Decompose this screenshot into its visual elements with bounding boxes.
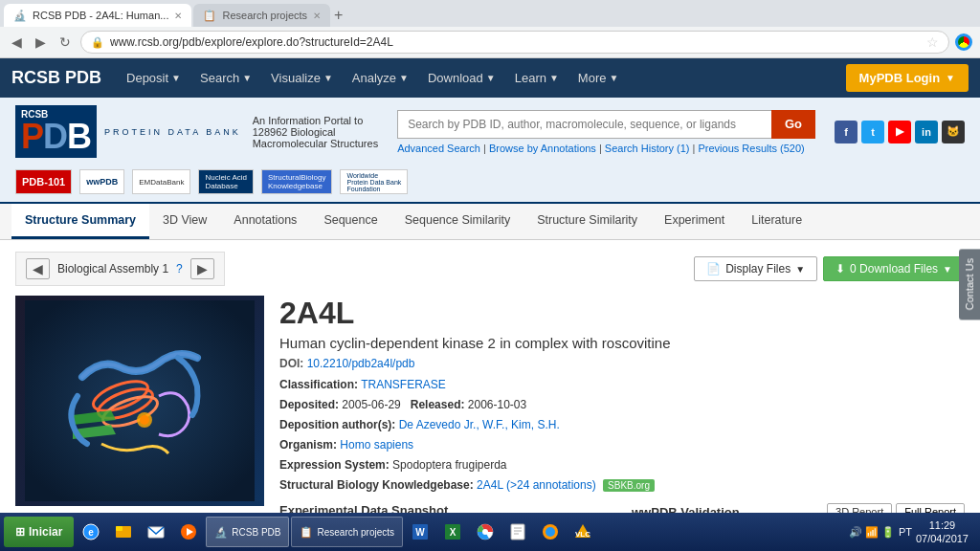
tab-close-btn[interactable]: ✕ [174, 11, 182, 21]
nav-deposit[interactable]: Deposit ▼ [117, 65, 190, 91]
taskbar-word[interactable]: W [405, 517, 435, 547]
svg-rect-19 [511, 524, 524, 540]
forward-btn[interactable]: ▶ [32, 33, 50, 52]
nav-search[interactable]: Search ▼ [190, 65, 261, 91]
wwpdb-logo[interactable]: wwPDB [79, 169, 124, 194]
assembly-prev-btn[interactable]: ◀ [26, 258, 50, 279]
pdb101-logo[interactable]: PDB-101 [15, 169, 72, 194]
classification-link[interactable]: TRANSFERASE [361, 378, 446, 391]
tab-title: RCSB PDB - 2A4L: Human... [33, 10, 168, 21]
tab-structure-summary[interactable]: Structure Summary [11, 204, 149, 239]
social-icons: f t ▶ in 🐱 [835, 121, 965, 143]
previous-results-link[interactable]: Previous Results (520) [698, 143, 804, 154]
molecule-viewer [15, 296, 264, 506]
taskbar-excel[interactable]: X [437, 517, 468, 547]
doi-link[interactable]: 10.2210/pdb2a4l/pdb [307, 357, 415, 370]
display-caret: ▼ [795, 264, 805, 275]
download-caret: ▼ [486, 73, 496, 83]
back-btn[interactable]: ◀ [8, 33, 26, 52]
nav-more[interactable]: More ▼ [568, 65, 629, 91]
tray-time: 11:29 07/04/2017 [916, 518, 969, 546]
browser-chrome: 🔬 RCSB PDB - 2A4L: Human... ✕ 📋 Research… [0, 0, 980, 58]
taskbar-mail[interactable] [141, 517, 171, 547]
assembly-label: Biological Assembly 1 [57, 262, 168, 276]
taskbar-app-rcsb[interactable]: 🔬 RCSB PDB [206, 517, 289, 547]
rcsb-header: RCSB PDB Deposit ▼ Search ▼ Visualize ▼ … [0, 58, 980, 98]
deposit-caret: ▼ [171, 73, 181, 83]
browser-controls: ◀ ▶ ↻ 🔒 www.rcsb.org/pdb/explore/explore… [0, 27, 980, 57]
download-icon: ⬇ [835, 262, 845, 276]
search-input[interactable] [397, 110, 771, 139]
github-icon[interactable]: 🐱 [942, 121, 965, 143]
taskbar: ⊞ Iniciar e 🔬 RCSB PDB 📋 Research projec… [0, 513, 980, 551]
assembly-help-icon[interactable]: ? [176, 262, 183, 276]
advanced-search-link[interactable]: Advanced Search [397, 143, 480, 154]
browse-by-link[interactable]: Browse by Annotations [489, 143, 596, 154]
tab-literature[interactable]: Literature [738, 204, 815, 239]
taskbar-chrome[interactable] [470, 517, 501, 547]
tab-experiment[interactable]: Experiment [651, 204, 738, 239]
display-files-btn[interactable]: 📄 Display Files ▼ [694, 256, 817, 281]
linkedin-icon[interactable]: in [915, 121, 938, 143]
taskbar-ie[interactable]: e [76, 517, 106, 547]
assembly-next-btn[interactable]: ▶ [190, 258, 214, 279]
nav-visualize[interactable]: Visualize ▼ [261, 65, 343, 91]
taskbar-app-research[interactable]: 📋 Research projects [291, 517, 403, 547]
tab2-favicon: 📋 [203, 10, 216, 22]
new-tab-btn[interactable]: + [334, 7, 343, 24]
youtube-icon[interactable]: ▶ [888, 121, 911, 143]
svg-text:X: X [450, 527, 457, 538]
tab-active[interactable]: 🔬 RCSB PDB - 2A4L: Human... ✕ [4, 4, 191, 27]
skb-link[interactable]: 2A4L (>24 annotations) [477, 478, 596, 492]
nucleic-acid-logo[interactable]: Nucleic AcidDatabase [198, 169, 254, 194]
mypdb-caret: ▼ [946, 73, 955, 83]
contact-us-sidebar[interactable]: Contact Us [959, 249, 980, 320]
tabs-bar: Structure Summary 3D View Annotations Se… [0, 204, 980, 240]
windows-icon: ⊞ [15, 525, 25, 539]
taskbar-firefox[interactable] [535, 517, 566, 547]
taskbar-notepad[interactable] [502, 517, 533, 547]
learn-caret: ▼ [549, 73, 559, 83]
bookmark-icon[interactable]: ☆ [926, 34, 939, 50]
organism-link[interactable]: Homo sapiens [340, 438, 413, 452]
tab-sequence[interactable]: Sequence [310, 204, 390, 239]
tab-inactive[interactable]: 📋 Research projects ✕ [193, 4, 330, 27]
tab-3d-view[interactable]: 3D View [149, 204, 220, 239]
facebook-icon[interactable]: f [835, 121, 858, 143]
mypdb-login-btn[interactable]: MyPDB Login ▼ [846, 64, 969, 92]
rcsb-logo[interactable]: RCSB PDB [11, 68, 101, 88]
reload-btn[interactable]: ↻ [56, 33, 75, 52]
deposition-authors-line: Deposition author(s): De Azevedo Jr., W.… [279, 416, 965, 433]
sbkb-logo[interactable]: StructuralBiologyKnowledgebase [261, 169, 332, 194]
tab2-close-btn[interactable]: ✕ [313, 11, 321, 21]
taskbar-explorer[interactable] [108, 517, 139, 547]
nav-learn[interactable]: Learn ▼ [505, 65, 568, 91]
svg-point-24 [546, 527, 555, 537]
svg-point-18 [482, 529, 488, 535]
nav-analyze[interactable]: Analyze ▼ [343, 65, 418, 91]
download-files-btn[interactable]: ⬇ 0 Download Files ▼ [823, 256, 965, 281]
twitter-icon[interactable]: t [861, 121, 884, 143]
svg-rect-0 [25, 300, 255, 501]
tab-structure-similarity[interactable]: Structure Similarity [523, 204, 651, 239]
tab-bar: 🔬 RCSB PDB - 2A4L: Human... ✕ 📋 Research… [0, 0, 980, 27]
download-caret: ▼ [943, 264, 952, 275]
search-caret: ▼ [242, 73, 252, 83]
emdatabank-logo[interactable]: EMDataBank [132, 169, 190, 194]
search-go-btn[interactable]: Go [771, 110, 815, 139]
address-bar[interactable]: 🔒 www.rcsb.org/pdb/explore/explore.do?st… [80, 31, 949, 54]
protein-data-bank-label: PROTEIN DATA BANK [104, 127, 241, 137]
tab-sequence-similarity[interactable]: Sequence Similarity [391, 204, 523, 239]
svg-text:e: e [89, 527, 95, 538]
search-history-link[interactable]: Search History (1) [605, 143, 690, 154]
wwpdb-foundation-logo[interactable]: WorldwideProtein Data BankFoundation [340, 169, 408, 194]
taskbar-media[interactable] [173, 517, 204, 547]
chrome-icon [955, 33, 972, 51]
taskbar-vlc[interactable]: VLC [568, 517, 598, 547]
start-button[interactable]: ⊞ Iniciar [4, 517, 74, 547]
tab-annotations[interactable]: Annotations [220, 204, 310, 239]
nav-download[interactable]: Download ▼ [418, 65, 505, 91]
svg-rect-9 [116, 526, 122, 531]
skb-line: Structural Biology Knowledgebase: 2A4L (… [279, 476, 965, 494]
authors-link[interactable]: De Azevedo Jr., W.F., Kim, S.H. [399, 418, 560, 431]
